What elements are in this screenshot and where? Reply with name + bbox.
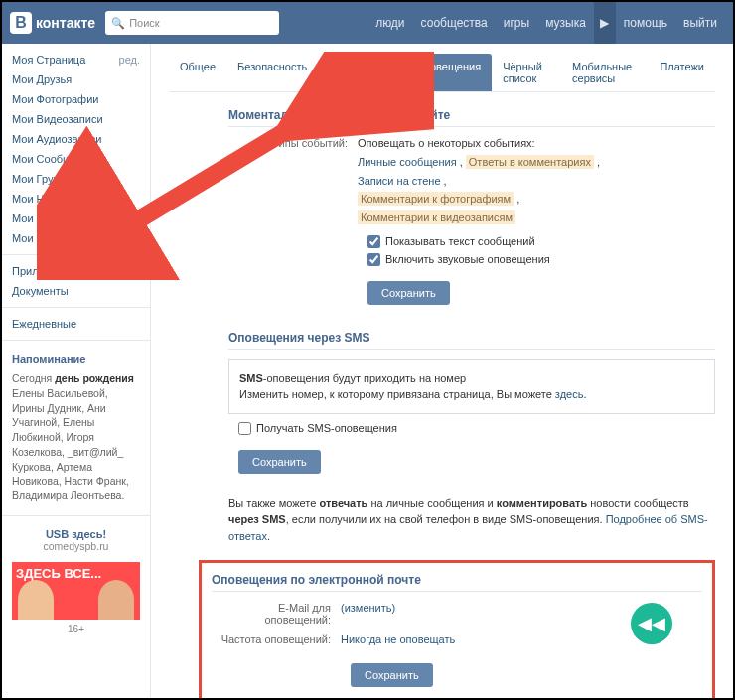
ad-text: ЗДЕСЬ ВСЕ...: [16, 566, 101, 581]
event-types-label: Типы событий:: [228, 137, 358, 227]
section-heading: Оповещения через SMS: [228, 331, 715, 350]
tab-general[interactable]: Общее: [169, 54, 226, 91]
change-link[interactable]: (изменить): [341, 602, 395, 614]
tab-mobile[interactable]: Мобильные сервисы: [561, 54, 649, 91]
search-placeholder: Поиск: [129, 17, 159, 29]
notify-text: Оповещать о некоторых событиях:: [358, 137, 715, 149]
tag-video-comments[interactable]: Комментарии к видеозаписям: [358, 210, 515, 224]
email-label: E-Mail для оповещений:: [212, 602, 341, 626]
sidebar-item-audio[interactable]: Мои Аудиозаписи: [2, 129, 150, 149]
ad-banner[interactable]: ЗДЕСЬ ВСЕ...: [12, 562, 140, 620]
tab-payments[interactable]: Платежи: [649, 54, 715, 91]
nav-people[interactable]: люди: [368, 2, 412, 44]
reminder-heading: Напоминание: [12, 352, 140, 367]
frequency-value[interactable]: Никогда не оповещать: [341, 633, 455, 645]
sidebar-item-mypage[interactable]: Моя Страницаред.: [2, 50, 150, 70]
tab-privacy[interactable]: Приватность: [318, 54, 404, 91]
play-icon[interactable]: ▶: [594, 2, 616, 44]
reminder-block: Напоминание Сегодня день рождения Елены …: [2, 347, 150, 509]
section-instant: Моментальные оповещения на сайте Типы со…: [228, 108, 715, 315]
checkbox-sms[interactable]: Получать SMS-оповещения: [238, 422, 715, 435]
sidebar-item-photos[interactable]: Мои Фотографии: [2, 89, 150, 109]
section-heading: Оповещения по электронной почте: [212, 573, 702, 592]
settings-tabs: Общее Безопасность Приватность Оповещени…: [169, 54, 715, 92]
nav-music[interactable]: музыка: [537, 2, 594, 44]
sidebar-item-friends[interactable]: Мои Друзья: [2, 70, 150, 89]
checkbox-sound[interactable]: Включить звуковые оповещения: [368, 253, 715, 266]
save-button[interactable]: Сохранить: [351, 663, 433, 687]
usb-block[interactable]: USB здесь! comedyspb.ru: [2, 522, 150, 558]
ad-face-icon: [18, 580, 54, 620]
age-label: 16+: [2, 624, 150, 634]
section-heading: Моментальные оповещения на сайте: [228, 108, 715, 127]
tab-security[interactable]: Безопасность: [226, 54, 318, 91]
frequency-label: Частота оповещений:: [212, 633, 341, 645]
sms-info-text: Вы также можете отвечать на личные сообщ…: [228, 495, 715, 545]
top-nav: люди сообщества игры музыка ▶ помощь вый…: [368, 2, 725, 44]
usb-sub: comedyspb.ru: [12, 540, 140, 552]
sidebar-item-groups[interactable]: Мои Группы: [2, 169, 150, 189]
nav-help[interactable]: помощь: [616, 2, 675, 44]
sidebar-item-messages[interactable]: Мои Сообщения: [2, 149, 150, 169]
checkbox-show-text[interactable]: Показывать текст сообщений: [368, 235, 715, 248]
header: В контакте 🔍 Поиск люди сообщества игры …: [2, 2, 733, 44]
search-input[interactable]: 🔍 Поиск: [105, 11, 279, 35]
sidebar-item-news[interactable]: Мои Новости: [2, 189, 150, 209]
search-icon: 🔍: [111, 17, 125, 30]
sms-info-box: SMS-оповещения будут приходить на номер …: [228, 359, 715, 414]
sidebar-item-daily[interactable]: Ежедневные: [2, 314, 150, 334]
tag-photo-comments[interactable]: Комментарии к фотографиям: [358, 192, 514, 206]
tab-blacklist[interactable]: Чёрный список: [492, 54, 561, 91]
sidebar-item-apps[interactable]: Приложения+28: [2, 261, 150, 281]
usb-heading: USB здесь!: [12, 528, 140, 540]
section-email: Оповещения по электронной почте E-Mail д…: [199, 560, 715, 698]
nav-exit[interactable]: выйти: [675, 2, 725, 44]
logo-badge: В: [10, 12, 32, 34]
tag-comment-replies[interactable]: Ответы в комментариях: [466, 155, 594, 169]
nav-communities[interactable]: сообщества: [413, 2, 496, 44]
nav-games[interactable]: игры: [496, 2, 537, 44]
section-sms: Оповещения через SMS SMS-оповещения буду…: [228, 331, 715, 545]
logo[interactable]: В контакте: [10, 12, 95, 34]
tab-notifications[interactable]: Оповещения: [404, 54, 492, 91]
save-button[interactable]: Сохранить: [238, 450, 321, 474]
main-content: Общее Безопасность Приватность Оповещени…: [151, 44, 733, 698]
tag-pm[interactable]: Личные сообщения: [358, 156, 457, 168]
sidebar-item-videos[interactable]: Мои Видеозаписи: [2, 109, 150, 129]
apps-badge: +28: [115, 265, 140, 277]
here-link[interactable]: здесь: [555, 388, 584, 400]
logo-text: контакте: [36, 15, 95, 31]
rewind-icon: ◀◀: [631, 603, 672, 644]
ad-face-icon: [98, 580, 134, 620]
sidebar-item-answers[interactable]: Мои Ответы: [2, 209, 150, 228]
sidebar-item-settings[interactable]: Мои Настройки: [2, 228, 150, 248]
tag-wall[interactable]: Записи на стене: [358, 175, 441, 187]
sidebar: Моя Страницаред. Мои Друзья Мои Фотограф…: [2, 44, 151, 698]
save-button[interactable]: Сохранить: [368, 281, 450, 305]
sidebar-item-docs[interactable]: Документы: [2, 281, 150, 301]
